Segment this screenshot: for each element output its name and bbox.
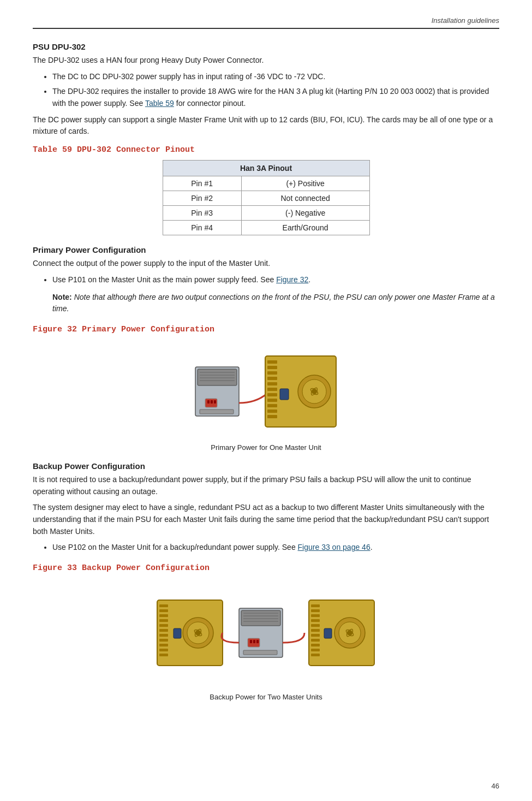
svg-rect-52	[256, 640, 259, 643]
backup-power-title: Backup Power Configuration	[33, 461, 499, 471]
svg-rect-65	[311, 654, 320, 656]
page-number: 46	[492, 782, 499, 790]
svg-rect-16	[267, 382, 277, 385]
svg-rect-17	[267, 388, 277, 391]
figure32-image	[179, 340, 354, 438]
svg-rect-13	[267, 366, 277, 369]
page-container: Installation guidelines PSU DPU-302 The …	[0, 0, 532, 801]
svg-rect-20	[267, 404, 277, 407]
pin1-label: Pin #1	[163, 176, 241, 191]
svg-rect-64	[311, 649, 320, 651]
svg-rect-38	[159, 654, 168, 656]
figure32-caption: Primary Power for One Master Unit	[211, 443, 321, 452]
svg-rect-60	[311, 629, 320, 632]
figure33-caption: Backup Power for Two Master Units	[210, 693, 322, 701]
svg-rect-14	[267, 371, 277, 375]
svg-rect-61	[311, 634, 320, 637]
svg-rect-35	[159, 639, 168, 642]
note-text: Note that although there are two output …	[52, 293, 495, 313]
primary-power-bullet: Use P101 on the Master Unit as the main …	[52, 274, 499, 286]
psu-intro: The DPU-302 uses a HAN four prong Heavy …	[33, 55, 499, 67]
backup-power-bullets: Use P102 on the Master Unit for a backup…	[52, 542, 499, 554]
svg-rect-63	[311, 644, 320, 646]
svg-rect-18	[267, 393, 277, 396]
figure32-container: Primary Power for One Master Unit	[33, 340, 499, 452]
pin3-label: Pin #3	[163, 206, 241, 221]
table-header: Han 3A Pinout	[163, 161, 369, 176]
svg-rect-22	[267, 415, 277, 418]
backup-power-para1: It is not required to use a backup/redun…	[33, 474, 499, 497]
figure33-title: Figure 33 Backup Power Configuration	[33, 563, 499, 573]
primary-power-intro: Connect the output of the power supply t…	[33, 258, 499, 270]
svg-rect-62	[311, 639, 320, 642]
svg-rect-15	[267, 377, 277, 380]
svg-rect-7	[207, 400, 210, 404]
svg-rect-26	[280, 389, 289, 400]
note-label: Note:	[52, 293, 72, 301]
figure32-title: Figure 32 Primary Power Configuration	[33, 325, 499, 334]
svg-rect-34	[159, 634, 168, 637]
dc-power-text: The DC power supply can support a single…	[33, 114, 499, 138]
svg-rect-31	[159, 619, 168, 622]
figure33-image	[152, 578, 381, 687]
svg-rect-28	[159, 604, 168, 607]
figure33-link[interactable]: Figure 33 on page 46	[298, 543, 370, 551]
svg-point-41	[195, 630, 201, 636]
pin2-label: Pin #2	[163, 191, 241, 206]
svg-rect-44	[241, 610, 280, 626]
svg-rect-58	[311, 619, 320, 622]
svg-rect-33	[159, 629, 168, 632]
pin3-value: (-) Negative	[241, 206, 369, 221]
figure33-svg	[152, 578, 381, 687]
note-block: Note: Note that although there are two o…	[52, 292, 499, 315]
figure33-container: Backup Power for Two Master Units	[33, 578, 499, 701]
svg-rect-59	[311, 624, 320, 627]
svg-rect-12	[267, 360, 277, 364]
svg-rect-8	[211, 400, 213, 404]
svg-rect-53	[243, 650, 277, 655]
table-row: Pin #1 (+) Positive	[163, 176, 369, 191]
backup-power-para2: The system designer may elect to have a …	[33, 502, 499, 537]
header-text: Installation guidelines	[432, 16, 499, 25]
pin4-value: Earth/Ground	[241, 221, 369, 235]
primary-power-bullets: Use P101 on the Master Unit as the main …	[52, 274, 499, 286]
svg-rect-19	[267, 399, 277, 402]
table-row: Pin #4 Earth/Ground	[163, 221, 369, 235]
svg-rect-29	[159, 609, 168, 612]
svg-rect-10	[200, 410, 234, 414]
svg-rect-30	[159, 614, 168, 617]
pin1-value: (+) Positive	[241, 176, 369, 191]
backup-power-bullet: Use P102 on the Master Unit for a backup…	[52, 542, 499, 554]
table59-title: Table 59 DPU-302 Connector Pinout	[33, 145, 499, 155]
svg-rect-50	[250, 640, 252, 643]
svg-rect-42	[174, 628, 181, 638]
svg-rect-1	[198, 369, 237, 385]
svg-rect-55	[311, 604, 320, 607]
page-header: Installation guidelines	[33, 16, 499, 29]
pinout-table: Han 3A Pinout Pin #1 (+) Positive Pin #2…	[163, 160, 370, 235]
svg-rect-69	[324, 628, 332, 638]
svg-rect-21	[267, 410, 277, 413]
svg-rect-9	[214, 400, 216, 404]
svg-rect-36	[159, 644, 168, 646]
pin2-value: Not connected	[241, 191, 369, 206]
table-row: Pin #2 Not connected	[163, 191, 369, 206]
svg-rect-32	[159, 624, 168, 627]
figure32-svg	[179, 340, 354, 438]
psu-bullet-1: The DC to DC DPU-302 power supply has in…	[52, 71, 499, 83]
pin4-label: Pin #4	[163, 221, 241, 235]
svg-point-25	[312, 389, 317, 394]
svg-rect-56	[311, 609, 320, 612]
psu-bullets: The DC to DC DPU-302 power supply has in…	[52, 71, 499, 110]
svg-rect-57	[311, 614, 320, 617]
figure32-link[interactable]: Figure 32	[276, 275, 308, 284]
psu-bullet-2: The DPU-302 requires the installer to pr…	[52, 86, 499, 109]
psu-section-title: PSU DPU-302	[33, 42, 499, 51]
table59-link[interactable]: Table 59	[145, 99, 174, 108]
primary-power-title: Primary Power Configuration	[33, 245, 499, 254]
svg-rect-37	[159, 649, 168, 651]
svg-rect-51	[253, 640, 255, 643]
svg-point-68	[347, 630, 352, 636]
table-row: Pin #3 (-) Negative	[163, 206, 369, 221]
